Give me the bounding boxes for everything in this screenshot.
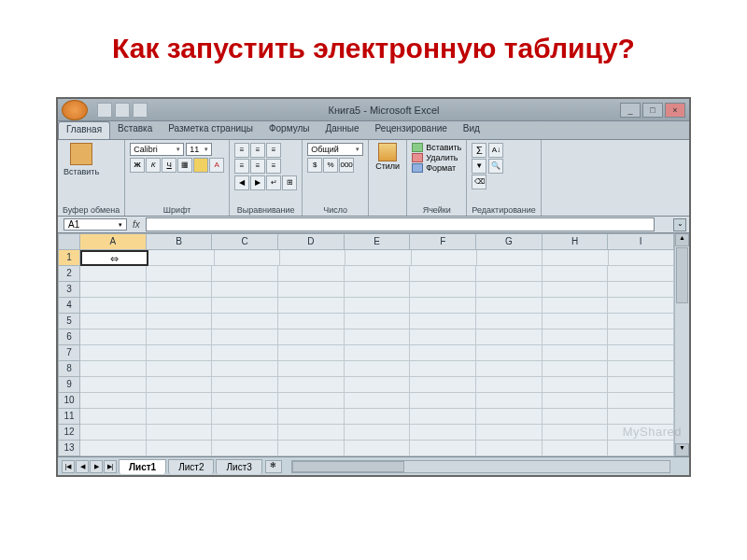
cell[interactable] (410, 393, 476, 409)
cell[interactable] (147, 393, 213, 409)
cell[interactable] (147, 282, 213, 298)
sheet-prev-button[interactable]: ◀ (76, 460, 89, 473)
cell[interactable] (147, 377, 213, 393)
col-header-a[interactable]: A (80, 233, 147, 250)
align-top-center[interactable]: ≡ (250, 143, 265, 158)
cell[interactable] (147, 409, 213, 425)
cell[interactable] (212, 393, 278, 409)
cell[interactable] (212, 377, 278, 393)
cell[interactable] (476, 282, 543, 298)
close-button[interactable]: × (665, 103, 685, 118)
cell[interactable] (278, 282, 345, 298)
cell[interactable] (80, 314, 147, 329)
cell[interactable] (280, 250, 345, 266)
cell[interactable] (278, 345, 345, 361)
align-left[interactable]: ≡ (234, 159, 249, 174)
cell[interactable] (410, 314, 476, 329)
find-button[interactable]: 🔍 (488, 159, 503, 174)
cell[interactable] (345, 393, 411, 409)
hscroll-thumb[interactable] (292, 461, 404, 472)
formula-bar[interactable] (146, 217, 655, 231)
cell[interactable] (345, 282, 411, 298)
row-header[interactable]: 6 (58, 329, 80, 345)
cell[interactable] (212, 329, 278, 345)
cell[interactable] (278, 298, 345, 314)
select-all-corner[interactable] (58, 233, 80, 250)
scroll-up-button[interactable]: ▲ (675, 233, 689, 246)
cell[interactable] (147, 361, 213, 377)
fill-color-button[interactable] (193, 158, 208, 173)
cell[interactable] (608, 314, 674, 329)
cell[interactable] (278, 361, 345, 377)
font-color-button[interactable]: A (209, 158, 224, 173)
cell[interactable] (345, 441, 411, 456)
vertical-scrollbar[interactable]: ▲ ▼ (674, 233, 689, 456)
cell[interactable] (476, 441, 543, 456)
paste-button[interactable]: Вставить (63, 143, 100, 204)
cell[interactable] (80, 250, 148, 266)
cell[interactable] (147, 298, 213, 314)
cell[interactable] (608, 377, 674, 393)
font-name-combo[interactable]: Calibri▾ (130, 143, 184, 156)
italic-button[interactable]: К (146, 158, 161, 173)
row-header[interactable]: 2 (58, 266, 80, 282)
cell[interactable] (609, 250, 674, 266)
row-header[interactable]: 3 (58, 282, 80, 298)
cell[interactable] (543, 250, 608, 266)
align-center[interactable]: ≡ (250, 159, 265, 174)
cell[interactable] (410, 409, 476, 425)
cell[interactable] (212, 441, 278, 456)
cell[interactable] (80, 282, 147, 298)
cell[interactable] (608, 345, 674, 361)
cell[interactable] (543, 377, 609, 393)
cell[interactable] (345, 266, 411, 282)
cell[interactable] (608, 266, 674, 282)
cell[interactable] (345, 425, 411, 441)
cell[interactable] (477, 250, 543, 266)
qat-undo-icon[interactable] (115, 103, 130, 118)
cell[interactable] (608, 282, 674, 298)
autosum-button[interactable]: Σ (472, 143, 486, 158)
cell[interactable] (278, 425, 345, 441)
fill-button[interactable]: ▼ (472, 159, 486, 174)
office-button[interactable] (62, 100, 88, 120)
row-header[interactable]: 1 (58, 250, 80, 266)
qat-save-icon[interactable] (97, 103, 112, 118)
cell[interactable] (345, 314, 411, 329)
cell[interactable] (543, 266, 609, 282)
sheet-next-button[interactable]: ▶ (90, 460, 103, 473)
comma-button[interactable]: 000 (339, 158, 354, 173)
tab-formulas[interactable]: Формулы (261, 121, 318, 139)
cell[interactable] (345, 298, 411, 314)
vscroll-track[interactable] (675, 304, 689, 443)
cell[interactable] (410, 377, 476, 393)
cell[interactable] (345, 377, 411, 393)
cell[interactable] (80, 329, 147, 345)
sheet-tab-3[interactable]: Лист3 (216, 459, 261, 474)
cell[interactable] (147, 345, 213, 361)
cell[interactable] (543, 314, 609, 329)
maximize-button[interactable]: □ (642, 103, 663, 118)
cell[interactable] (608, 409, 674, 425)
col-header-g[interactable]: G (476, 233, 543, 250)
cell[interactable] (215, 250, 280, 266)
cell[interactable] (345, 250, 411, 266)
cell[interactable] (543, 282, 609, 298)
cell[interactable] (80, 409, 147, 425)
cell[interactable] (212, 314, 278, 329)
cell[interactable] (543, 441, 609, 456)
cell[interactable] (543, 393, 609, 409)
cell[interactable] (278, 441, 345, 456)
cell[interactable] (608, 329, 674, 345)
cell[interactable] (543, 409, 609, 425)
row-header[interactable]: 11 (58, 409, 80, 425)
align-right[interactable]: ≡ (266, 159, 281, 174)
decrease-indent-button[interactable]: ◀ (234, 175, 249, 190)
cell[interactable] (608, 298, 674, 314)
sheet-first-button[interactable]: |◀ (62, 460, 75, 473)
cell[interactable] (278, 393, 345, 409)
cell[interactable] (543, 298, 609, 314)
cell[interactable] (608, 441, 674, 456)
cell[interactable] (412, 250, 477, 266)
tab-data[interactable]: Данные (317, 121, 367, 139)
